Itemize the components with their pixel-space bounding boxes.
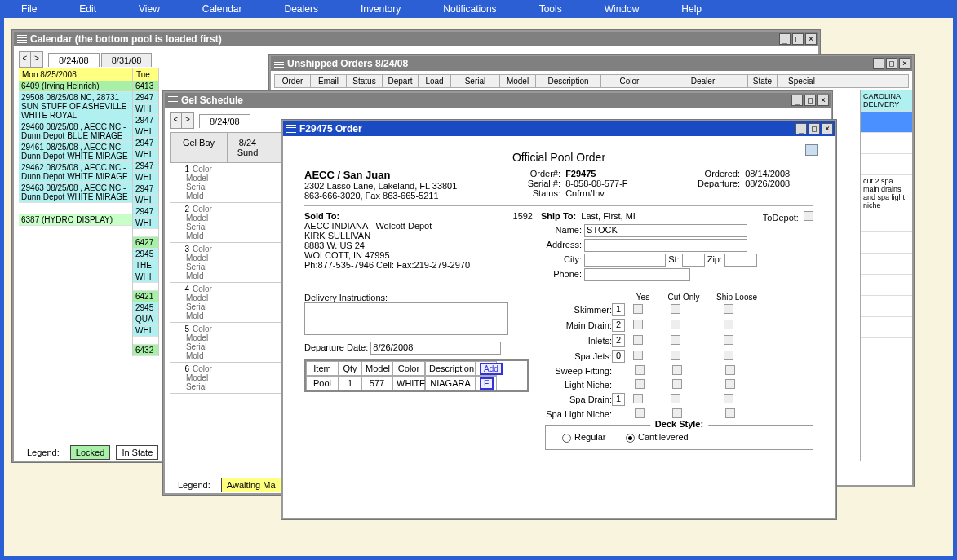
choice-yes-checkbox[interactable] [633,320,643,329]
gel-nav-arrows[interactable]: < > [170,112,194,129]
load-row[interactable]: 2947 [133,206,158,218]
load-row[interactable]: WHI [133,149,158,161]
load-row[interactable]: 6409 (Irving Heinrich) [19,81,132,92]
window-menu-icon[interactable] [286,125,296,133]
choice-yes-checkbox[interactable] [635,379,645,389]
choice-yes-checkbox[interactable] [635,408,645,418]
address-field[interactable] [584,239,747,252]
col-special[interactable]: Special [778,75,826,87]
choice-yes-checkbox[interactable] [633,394,643,403]
departure-date-field[interactable]: 8/26/2008 [370,342,501,355]
menu-edit[interactable]: Edit [58,3,117,15]
special-cell[interactable]: CAROLINA DELIVERY [861,90,912,112]
col-order[interactable]: Order [275,75,311,87]
choice-ship-checkbox[interactable] [724,351,733,360]
minimize-button[interactable]: _ [779,33,791,45]
choice-ship-checkbox[interactable] [724,394,733,403]
calendar-tab-2[interactable]: 8/31/08 [101,53,153,67]
prev-week-button[interactable]: < [20,52,31,67]
choice-cut-checkbox[interactable] [672,408,682,418]
menu-dealers[interactable]: Dealers [264,3,339,15]
load-row[interactable]: 6421 [133,291,158,302]
col-status[interactable]: Status [347,75,383,87]
load-row[interactable]: 6427 [133,237,158,249]
special-cell[interactable] [861,275,912,296]
print-icon[interactable] [805,144,818,156]
special-cell[interactable] [861,338,912,359]
choice-ship-checkbox[interactable] [724,320,733,329]
prev-button[interactable]: < [171,113,182,128]
col-color[interactable]: Color [601,75,658,87]
choice-cut-checkbox[interactable] [671,304,680,314]
col-serial[interactable]: Serial [451,75,500,87]
window-menu-icon[interactable] [274,60,284,68]
special-cell[interactable] [861,232,912,254]
minimize-button[interactable]: _ [795,123,807,134]
choice-cut-checkbox[interactable] [671,394,680,403]
choice-value-field[interactable]: 2 [612,334,625,347]
load-row[interactable]: WHI [133,172,158,183]
name-field[interactable]: STOCK [584,224,747,237]
minimize-button[interactable]: _ [791,95,803,106]
order-window[interactable]: F29475 Order _ □ × Official Pool Order A… [281,120,836,519]
close-button[interactable]: × [822,123,833,134]
deck-regular-radio[interactable] [562,434,571,443]
choice-yes-checkbox[interactable] [635,365,645,375]
col-description[interactable]: Description [536,75,601,87]
load-row[interactable]: WHI [133,195,158,206]
special-cell[interactable] [861,296,912,317]
load-row[interactable]: 2947 [133,138,158,149]
choice-value-field[interactable]: 0 [612,350,625,363]
load-row[interactable]: 2947 [133,92,158,104]
load-row[interactable]: 6413 [133,81,158,92]
load-row[interactable]: 2945 [133,249,158,260]
menu-file[interactable]: File [0,3,58,15]
deck-cantilevered-radio[interactable] [626,434,635,443]
col-depart[interactable]: Depart [383,75,419,87]
load-row[interactable]: WHI [133,104,158,115]
menu-calendar[interactable]: Calendar [181,3,264,15]
maximize-button[interactable]: □ [809,123,820,134]
menu-help[interactable]: Help [660,3,723,15]
choice-yes-checkbox[interactable] [633,304,643,314]
choice-value-field[interactable]: 1 [612,393,625,406]
menu-view[interactable]: View [117,3,181,15]
load-row[interactable]: 2945 [133,302,158,314]
unshipped-titlebar[interactable]: Unshipped Orders 8/24/08 [271,56,912,71]
maximize-button[interactable]: □ [804,95,816,106]
load-row[interactable]: 29462 08/25/08 , AECC NC - Dunn Depot WH… [19,162,132,183]
col-load[interactable]: Load [419,75,451,87]
menubar[interactable]: File Edit View Calendar Dealers Inventor… [0,0,957,18]
next-week-button[interactable]: > [31,52,42,67]
close-button[interactable]: × [817,95,829,106]
phone-field[interactable] [584,268,690,281]
load-row[interactable]: WHI [133,218,158,229]
window-menu-icon[interactable] [168,96,178,104]
col-gelbay[interactable]: Gel Bay [171,133,228,162]
choice-cut-checkbox[interactable] [672,365,682,375]
col-model[interactable]: Model [500,75,536,87]
special-cell[interactable] [861,254,912,275]
load-row[interactable]: WHI [133,271,158,283]
load-row[interactable]: 29460 08/25/08 , AECC NC - Dunn Depot BL… [19,121,132,142]
zip-field[interactable] [724,254,757,267]
choice-ship-checkbox[interactable] [725,365,735,375]
load-row[interactable]: QUA [133,314,158,325]
load-row[interactable]: 2947 [133,115,158,126]
load-row[interactable]: WHI [133,126,158,138]
menu-window[interactable]: Window [583,3,661,15]
choice-cut-checkbox[interactable] [672,379,682,389]
item-row[interactable]: Pool 1 577 WHITE NIAGARA E [306,376,527,390]
calendar-nav-arrows[interactable]: < > [19,51,43,68]
special-cell[interactable] [861,133,912,154]
choice-yes-checkbox[interactable] [633,335,643,345]
choice-ship-checkbox[interactable] [725,408,735,418]
gel-titlebar[interactable]: Gel Schedule [165,93,831,108]
load-row[interactable]: 29461 08/25/08 , AECC NC - Dunn Depot WH… [19,142,132,162]
col-state[interactable]: State [748,75,778,87]
city-field[interactable] [584,254,666,267]
add-item-button[interactable]: Add [480,363,503,375]
choice-yes-checkbox[interactable] [633,351,643,360]
choice-cut-checkbox[interactable] [671,335,680,345]
menu-notifications[interactable]: Notifications [422,3,517,15]
